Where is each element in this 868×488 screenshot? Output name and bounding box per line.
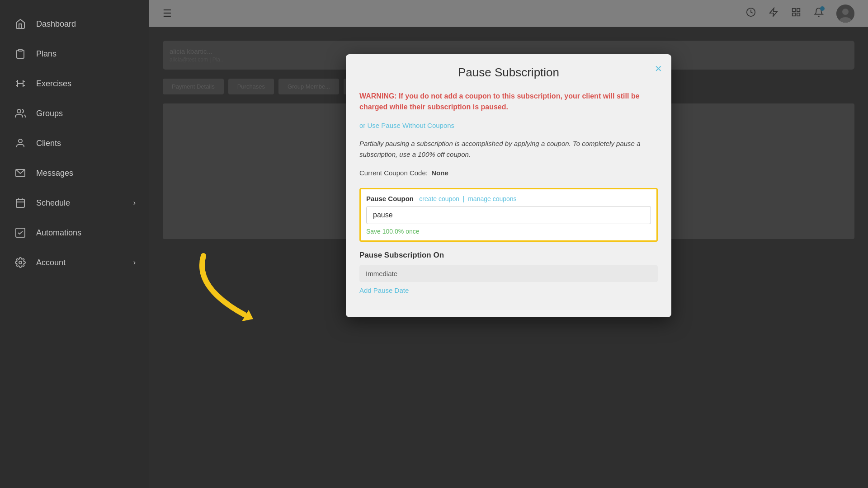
current-coupon-value: None (431, 169, 448, 177)
pause-coupon-text: Pause Coupon (366, 195, 414, 202)
sidebar-label-groups: Groups (36, 109, 136, 118)
pipe-separator: | (463, 195, 465, 202)
calendar-icon (14, 196, 27, 210)
pause-subscription-on-section: Pause Subscription On Immediate Add Paus… (359, 251, 658, 295)
warning-text: WARNING: If you do not add a coupon to t… (359, 91, 658, 113)
add-pause-date-link[interactable]: Add Pause Date (359, 286, 409, 294)
dumbbell-icon (14, 77, 27, 90)
info-text: Partially pausing a subscription is acco… (359, 138, 658, 160)
clipboard-icon (14, 47, 27, 61)
current-coupon-line: Current Coupon Code: None (359, 169, 658, 177)
sidebar-item-groups[interactable]: Groups (0, 99, 149, 128)
sidebar-item-automations[interactable]: Automations (0, 218, 149, 248)
sidebar-item-schedule[interactable]: Schedule › (0, 188, 149, 218)
sidebar-item-clients[interactable]: Clients (0, 128, 149, 158)
gear-icon (14, 256, 27, 269)
svg-point-1 (17, 109, 21, 113)
pause-on-label: Pause Subscription On (359, 251, 658, 260)
sidebar-label-plans: Plans (36, 49, 136, 59)
check-icon (14, 226, 27, 239)
sidebar-label-automations: Automations (36, 228, 136, 238)
sidebar-label-schedule: Schedule (36, 198, 124, 208)
main-content: ☰ (149, 0, 868, 488)
create-coupon-link[interactable]: create coupon (419, 195, 459, 202)
sidebar-label-messages: Messages (36, 169, 136, 178)
svg-point-2 (19, 139, 22, 143)
person-icon (14, 136, 27, 150)
people-icon (14, 107, 27, 120)
modal-body: WARNING: If you do not add a coupon to t… (346, 91, 671, 295)
coupon-links: create coupon | manage coupons (417, 195, 516, 202)
save-badge: Save 100.0% once (366, 228, 651, 235)
coupon-input[interactable] (366, 206, 651, 224)
manage-coupons-link[interactable]: manage coupons (468, 195, 516, 202)
sidebar-label-dashboard: Dashboard (36, 19, 136, 29)
sidebar-item-account[interactable]: Account › (0, 248, 149, 277)
envelope-icon (14, 166, 27, 180)
modal-title: Pause Subscription (359, 66, 658, 80)
modal-header: Pause Subscription ✕ (346, 54, 671, 91)
svg-rect-4 (16, 199, 24, 207)
sidebar-item-exercises[interactable]: Exercises (0, 69, 149, 99)
svg-point-9 (19, 261, 22, 264)
house-icon (14, 17, 27, 31)
sidebar-label-clients: Clients (36, 139, 136, 148)
sidebar-item-plans[interactable]: Plans (0, 39, 149, 69)
pause-subscription-modal: Pause Subscription ✕ WARNING: If you do … (346, 54, 671, 317)
pause-coupon-label: Pause Coupon create coupon | manage coup… (366, 195, 651, 202)
account-expand-icon[interactable]: › (133, 258, 136, 267)
pause-on-value: Immediate (359, 265, 658, 282)
sidebar: Dashboard Plans Exercises Groups (0, 0, 149, 488)
schedule-expand-icon[interactable]: › (133, 199, 136, 207)
current-coupon-label: Current Coupon Code: (359, 169, 428, 177)
pause-coupon-section: Pause Coupon create coupon | manage coup… (359, 188, 658, 242)
pause-without-coupons-link[interactable]: or Use Pause Without Coupons (359, 122, 658, 129)
sidebar-label-exercises: Exercises (36, 79, 136, 89)
modal-close-button[interactable]: ✕ (655, 63, 662, 74)
sidebar-item-dashboard[interactable]: Dashboard (0, 9, 149, 39)
svg-rect-0 (19, 49, 22, 51)
sidebar-item-messages[interactable]: Messages (0, 158, 149, 188)
sidebar-label-account: Account (36, 258, 124, 267)
